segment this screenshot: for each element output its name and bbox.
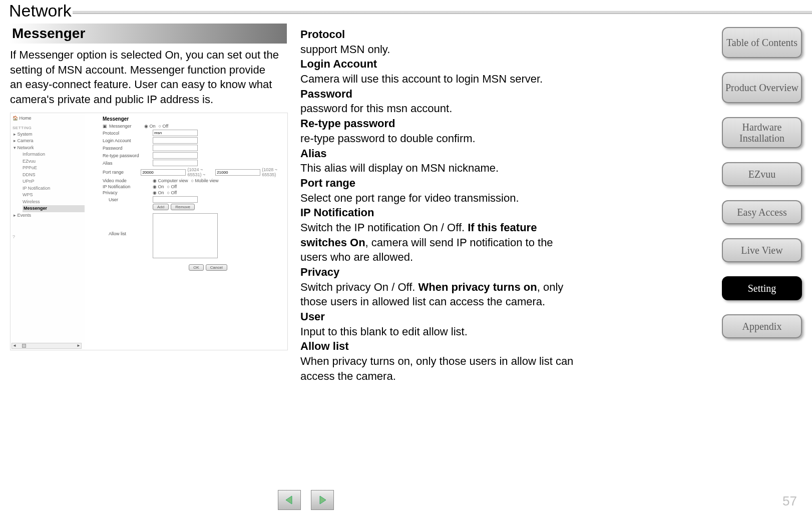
desc-port-body: Select one port range for video transmis… (300, 192, 519, 204)
sidebar-sub-information[interactable]: Information (23, 151, 85, 158)
video-mobile-radio[interactable]: ○ Mobile view (191, 178, 219, 183)
desc-ipn-heading: IP Notification (300, 205, 581, 220)
add-button[interactable]: Add (153, 204, 169, 210)
sidebar-item-network[interactable]: ▾ Network (14, 145, 85, 152)
sidebar-item-system[interactable]: ▸ System (14, 131, 85, 138)
settings-form: Messenger ▣ Messenger ◉ On ○ Off Protoco… (101, 113, 287, 275)
desc-alias-heading: Alias (300, 146, 581, 161)
sidebar-sub-ezvuu[interactable]: EZvuu (23, 158, 85, 165)
remove-button[interactable]: Remove (171, 204, 195, 210)
description-column: Protocol support MSN only. Login Account… (300, 27, 581, 384)
desc-port-heading: Port range (300, 176, 581, 191)
user-input[interactable] (153, 196, 198, 203)
collapse-icon[interactable]: ▣ (103, 124, 107, 129)
scroll-left-icon[interactable]: ◄ (12, 343, 17, 349)
svg-marker-0 (286, 496, 292, 504)
desc-protocol-body: support MSN only. (300, 43, 390, 56)
port-end-input[interactable] (215, 169, 260, 176)
desc-retype-body: re-type password to double confirm. (300, 132, 476, 145)
desc-protocol-heading: Protocol (300, 27, 581, 42)
password-input[interactable] (153, 145, 198, 151)
sidebar-item-label: Network (18, 145, 34, 150)
sidebar-sub-messenger[interactable]: Messenger (23, 205, 85, 212)
nav-toc[interactable]: Table of Contents (722, 27, 802, 58)
side-nav: Table of Contents Product Overview Hardw… (722, 27, 802, 352)
settings-sidebar: 🏠 Home SETTING ▸ System ▸ Camera ▾ Netwo… (11, 113, 85, 350)
ok-button[interactable]: OK (189, 264, 204, 271)
retype-label: Re-type password (103, 153, 153, 158)
page-title: Network (0, 0, 812, 21)
desc-password-body: password for this msn account. (300, 102, 452, 115)
sidebar-item-label: System (18, 132, 33, 137)
page-nav (278, 490, 334, 510)
sidebar-item-label: Camera (18, 138, 34, 143)
password-label: Password (103, 146, 153, 151)
messenger-off-radio[interactable]: ○ Off (159, 124, 169, 129)
radio-label: On (150, 124, 156, 129)
ipnotif-label: IP Notification (103, 184, 153, 189)
desc-user-heading: User (300, 309, 581, 324)
title-rule (73, 11, 812, 14)
sidebar-sub-upnp[interactable]: UPnP (23, 178, 85, 185)
desc-ipn-body-1: Switch the IP notification On / Off. (300, 221, 468, 234)
arrow-right-icon (317, 495, 327, 505)
arrow-left-icon (284, 495, 294, 505)
nav-appendix[interactable]: Appendix (722, 314, 802, 338)
messenger-toggle-label: Messenger (109, 124, 144, 129)
sidebar-item-events[interactable]: ▸ Events (14, 212, 85, 219)
protocol-label: Protocol (103, 131, 153, 136)
desc-ipn-body: Switch the IP notification On / Off. If … (300, 221, 553, 263)
messenger-on-radio[interactable]: ◉ On (144, 124, 156, 129)
retype-input[interactable] (153, 152, 198, 159)
privacy-label: Privacy (103, 190, 153, 195)
video-computer-radio[interactable]: ◉ Computer view (153, 178, 188, 183)
nav-setting[interactable]: Setting (722, 276, 802, 300)
port-range-label: Port range (103, 170, 141, 175)
desc-user-body: Input to this blank to edit allow list. (300, 325, 468, 338)
sidebar-sub-wps[interactable]: WPS (23, 192, 85, 199)
horizontal-scrollbar[interactable]: ◄ ► (12, 343, 82, 349)
sidebar-sub-ipnotification[interactable]: IP Notification (23, 185, 85, 192)
desc-password-heading: Password (300, 87, 581, 102)
privacy-off-radio[interactable]: ○ Off (167, 190, 177, 195)
prev-page-button[interactable] (278, 490, 301, 510)
desc-priv-body: Switch privacy On / Off. When privacy tu… (300, 281, 563, 308)
form-title: Messenger (103, 116, 285, 122)
desc-priv-bold: When privacy turns on (419, 281, 537, 293)
radio-label: Off (171, 184, 177, 189)
scroll-right-icon[interactable]: ► (76, 343, 81, 349)
radio-label: Computer view (158, 178, 188, 183)
sidebar-sub-wireless[interactable]: Wireless (23, 199, 85, 206)
login-label: Login Account (103, 138, 153, 143)
nav-hardware-installation[interactable]: Hardware Installation (722, 117, 802, 148)
desc-allow-body: When privacy turns on, only those users … (300, 355, 573, 382)
sidebar-item-label: Events (18, 213, 32, 218)
home-label: Home (20, 116, 32, 121)
ipnotif-off-radio[interactable]: ○ Off (167, 184, 177, 189)
section-intro: If Messenger option is selected On, you … (10, 48, 280, 107)
next-page-button[interactable] (311, 490, 334, 510)
nav-easy-access[interactable]: Easy Access (722, 200, 802, 224)
sidebar-sub-pppoe[interactable]: PPPoE (23, 165, 85, 172)
nav-ezvuu[interactable]: EZvuu (722, 162, 802, 186)
scroll-thumb[interactable] (22, 344, 26, 348)
allow-list-box[interactable] (153, 213, 218, 258)
alias-label: Alias (103, 161, 153, 166)
cancel-button[interactable]: Cancel (206, 264, 227, 271)
sidebar-item-camera[interactable]: ▸ Camera (14, 138, 85, 145)
radio-label: Off (162, 124, 168, 129)
home-link[interactable]: 🏠 Home (13, 115, 85, 122)
sidebar-sub-ddns[interactable]: DDNS (23, 172, 85, 179)
login-input[interactable] (153, 137, 198, 144)
help-icon[interactable]: ? (13, 234, 85, 241)
ipnotif-on-radio[interactable]: ◉ On (153, 184, 164, 189)
desc-priv-body-1: Switch privacy On / Off. (300, 281, 419, 293)
allow-list-label: Allow list (103, 231, 153, 236)
radio-label: Off (171, 190, 177, 195)
port-start-input[interactable] (141, 169, 186, 176)
protocol-input[interactable] (153, 130, 198, 136)
nav-product-overview[interactable]: Product Overview (722, 72, 802, 103)
nav-live-view[interactable]: Live View (722, 238, 802, 262)
privacy-on-radio[interactable]: ◉ On (153, 190, 164, 195)
alias-input[interactable] (153, 160, 198, 166)
